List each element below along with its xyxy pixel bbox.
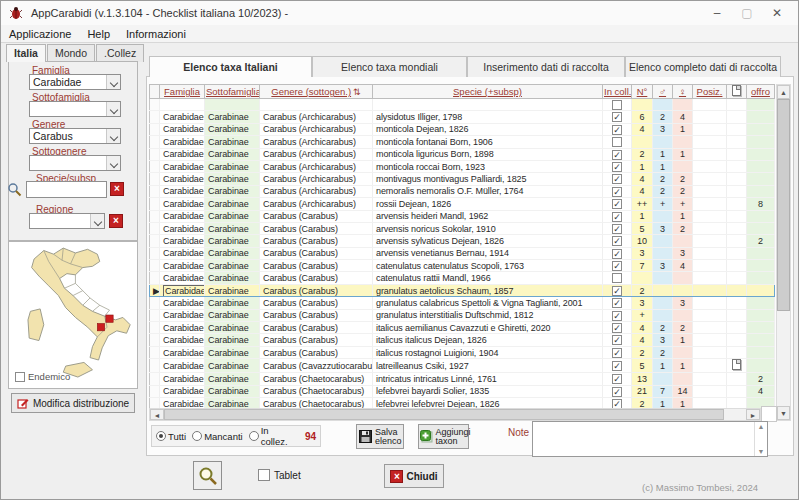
horizontal-scroll-thumb[interactable] [164,409,724,420]
cell-doc[interactable] [727,260,747,272]
cell-offro[interactable] [747,346,775,358]
cell-male[interactable] [653,272,673,284]
header-n[interactable]: N° [632,85,653,99]
cell-male[interactable]: 1 [653,160,673,172]
cell-n[interactable]: 4 [632,334,653,346]
cell-sottofamiglia[interactable]: Carabinae [205,198,260,210]
in-coll-checkbox[interactable]: ✓ [612,112,622,122]
cell-in-coll[interactable]: ✓ [603,297,632,309]
cell-specie[interactable]: monticola fontanai Born, 1906 [373,136,603,148]
cell-n[interactable]: 4 [632,173,653,185]
cell-female[interactable] [673,309,693,321]
cell-n[interactable]: 5 [632,222,653,234]
cell-n[interactable]: 2 [632,284,653,296]
cell-doc[interactable] [727,173,747,185]
cell-doc[interactable] [727,334,747,346]
tablet-checkbox[interactable] [258,469,270,481]
cell-male[interactable] [653,247,673,259]
cell-famiglia[interactable]: Carabidae [160,334,205,346]
cell-doc[interactable] [727,198,747,210]
cell-famiglia[interactable]: Carabidae [160,136,205,148]
cell-specie[interactable]: catenulatus catenulatus Scopoli, 1763 [373,260,603,272]
cell-male[interactable]: 3 [653,123,673,135]
cell-posiz[interactable] [693,148,727,160]
cell-famiglia[interactable]: Carabidae [160,210,205,222]
cell-offro[interactable] [747,210,775,222]
cell-genere[interactable]: Carabus (Carabus) [260,235,373,247]
header-offro[interactable]: offro [747,85,775,99]
scroll-down-icon[interactable]: ▼ [755,448,767,455]
cell-offro[interactable] [747,123,775,135]
tab-inserimento-dati[interactable]: Inserimento dati di raccolta [467,56,625,77]
cell-offro[interactable] [747,148,775,160]
cell-female[interactable] [673,136,693,148]
cell-female[interactable] [673,235,693,247]
cell-n[interactable]: 7 [632,260,653,272]
cell-doc[interactable] [727,185,747,197]
table-row[interactable]: CarabidaeCarabinaeCarabus (Cavazzutiocar… [150,359,775,373]
cell-offro[interactable] [747,136,775,148]
cell-doc[interactable] [727,284,747,296]
cell-sottofamiglia[interactable]: Carabinae [205,111,260,123]
row-selector[interactable] [150,297,160,309]
in-coll-checkbox[interactable]: ✓ [612,374,622,384]
cell-offro[interactable] [747,359,775,373]
row-selector[interactable] [150,160,160,172]
cell-genere[interactable]: Carabus (Archicarabus) [260,185,373,197]
in-coll-checkbox[interactable]: ✓ [612,174,622,184]
in-coll-checkbox[interactable]: ✓ [612,212,622,222]
cell-famiglia[interactable]: Carabidae [160,309,205,321]
cell-male[interactable] [653,235,673,247]
cell-male[interactable]: 2 [653,111,673,123]
header-male[interactable]: ♂ [653,85,673,99]
table-row[interactable]: CarabidaeCarabinaeCarabus (Carabus)arven… [150,247,775,259]
cell-in-coll[interactable]: ✓ [603,210,632,222]
cell-specie[interactable] [373,99,603,111]
in-coll-checkbox[interactable]: ✓ [612,249,622,259]
cell-n[interactable]: 2 [632,346,653,358]
cell-specie[interactable]: granulatus interstitialis Duftschmid, 18… [373,309,603,321]
cell-doc[interactable] [727,359,747,373]
row-selector[interactable] [150,260,160,272]
specie-input[interactable] [26,181,107,198]
table-row[interactable]: CarabidaeCarabinaeCarabus (Archicarabus)… [150,123,775,135]
cell-n[interactable]: 1 [632,160,653,172]
cell-female[interactable]: 3 [673,297,693,309]
cell-offro[interactable] [747,173,775,185]
cell-n[interactable]: 4 [632,185,653,197]
cell-sottofamiglia[interactable]: Carabinae [205,309,260,321]
cell-posiz[interactable] [693,123,727,135]
cell-sottofamiglia[interactable]: Carabinae [205,235,260,247]
cell-famiglia[interactable]: Carabidae [160,385,205,397]
cell-genere[interactable]: Carabus (Carabus) [260,322,373,334]
cell-sottofamiglia[interactable]: Carabinae [205,284,260,296]
cell-female[interactable] [673,284,693,296]
cell-specie[interactable]: catenulatus rattii Mandl, 1966 [373,272,603,284]
in-coll-checkbox[interactable]: ✓ [612,387,622,397]
endemico-checkbox[interactable] [15,372,25,382]
cell-in-coll[interactable] [603,99,632,111]
cell-offro[interactable] [747,334,775,346]
cell-sottofamiglia[interactable]: Carabinae [205,136,260,148]
cell-in-coll[interactable]: ✓ [603,260,632,272]
in-coll-checkbox[interactable]: ✓ [612,361,622,371]
scroll-right-icon[interactable]: ► [746,409,760,420]
cell-sottofamiglia[interactable]: Carabinae [205,160,260,172]
maximize-button[interactable]: ▢ [732,1,762,25]
cell-male[interactable] [653,210,673,222]
cell-doc[interactable] [727,148,747,160]
aggiungi-taxon-button[interactable]: Aggiungi taxon [418,424,469,449]
cell-in-coll[interactable]: ✓ [603,309,632,321]
table-row[interactable]: CarabidaeCarabinaeCarabus (Carabus)itali… [150,346,775,358]
cell-genere[interactable]: Carabus (Carabus) [260,247,373,259]
cell-in-coll[interactable]: ✓ [603,359,632,373]
cell-male[interactable]: + [653,198,673,210]
cell-specie[interactable]: arvensis heideri Mandl, 1962 [373,210,603,222]
cell-n[interactable] [632,272,653,284]
row-selector[interactable] [150,272,160,284]
cell-doc[interactable] [727,136,747,148]
cell-female[interactable]: 2 [673,322,693,334]
table-row[interactable]: CarabidaeCarabinaeCarabus (Archicarabus)… [150,173,775,185]
cell-posiz[interactable] [693,272,727,284]
cell-specie[interactable]: montivagus montivagus Palliardi, 1825 [373,173,603,185]
